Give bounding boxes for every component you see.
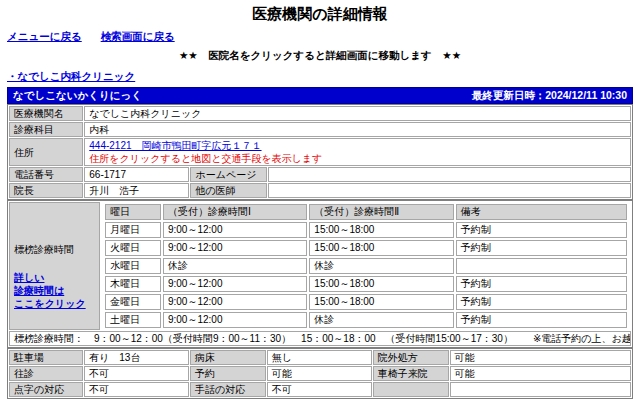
schedule-row: 水曜日 休診 休診 [105,258,627,274]
table-row: 往診 不可 予約 可能 車椅子来院 可能 [9,366,631,381]
facility-label: 院外処方 [373,350,449,365]
table-row: 標榜診療時間 詳しい 診療時間は ここをクリック 曜日 （受付）診療時間Ⅰ （受… [9,202,631,330]
facilities-table: 駐車場 有り 13台 病床 無し 院外処方 可能 往診 不可 予約 可能 車椅子… [7,348,633,399]
info-table: 医療機関名 なでしこ内科クリニック 診療科目 内科 住所 444-2121 岡崎… [7,104,633,200]
facility-value: 可能 [450,366,631,381]
schedule-header-row: 曜日 （受付）診療時間Ⅰ （受付）診療時間Ⅱ 備考 [105,204,627,220]
info-label-other-doctors: 他の医師 [190,183,266,198]
schedule-day: 金曜日 [105,294,161,310]
table-row: 医療機関名 なでしこ内科クリニック [9,106,631,121]
schedule-time1: 休診 [163,258,307,274]
last-updated: 最終更新日時：2024/12/11 10:30 [472,89,627,103]
back-to-search-link[interactable]: 検索画面に戻る [101,30,175,42]
table-row: 駐車場 有り 13台 病床 無し 院外処方 可能 [9,350,631,365]
schedule-time1: 9:00～12:00 [163,240,307,256]
schedule-time2: 15:00～18:00 [309,276,453,292]
info-value-phone: 66-1717 [84,167,189,182]
schedule-header-note: 備考 [456,204,627,220]
schedule-time2: 休診 [309,312,453,328]
address-map-link[interactable]: 444-2121 岡崎市鴨田町字広元１７１ [89,140,261,151]
facility-label: 車椅子来院 [373,366,449,381]
schedule-note: 予約制 [456,312,627,328]
facility-label: 病床 [190,350,266,365]
detailed-hours-link-line[interactable]: 診療時間は [14,284,95,297]
schedule-time2: 15:00～18:00 [309,240,453,256]
info-value-name: なでしこ内科クリニック [84,106,631,121]
detailed-hours-link-line[interactable]: 詳しい [14,271,95,284]
schedule-summary: 標榜診療時間： 9：00～12：00（受付時間9：00～11：30） 15：00… [9,331,631,346]
table-row: 電話番号 66-1717 ホームページ [9,167,631,182]
facility-label: 手話の対応 [190,382,266,397]
schedule-row: 金曜日 9:00～12:00 15:00～18:00 予約制 [105,294,627,310]
info-label-homepage: ホームページ [190,167,266,182]
facility-value [450,382,631,397]
schedule-time1: 9:00～12:00 [163,312,307,328]
info-label-director: 院長 [9,183,83,198]
schedule-time1: 9:00～12:00 [163,276,307,292]
page-title: 医療機関の詳細情報 [7,5,633,24]
schedule-time2: 15:00～18:00 [309,222,453,238]
schedule-grid-cell: 曜日 （受付）診療時間Ⅰ （受付）診療時間Ⅱ 備考 月曜日 9:00～12:00… [101,202,631,330]
schedule-time1: 9:00～12:00 [163,294,307,310]
table-row: 院長 升川 浩子 他の医師 [9,183,631,198]
schedule-day: 木曜日 [105,276,161,292]
schedule-note: 予約制 [456,276,627,292]
schedule-row: 土曜日 9:00～12:00 休診 予約制 [105,312,627,328]
clinic-banner: なでしこないかくりにっく 最終更新日時：2024/12/11 10:30 [7,87,633,104]
info-value-other-doctors [268,183,631,198]
clinic-name-link[interactable]: ・なでしこ内科クリニック [7,70,135,84]
schedule-header-day: 曜日 [105,204,161,220]
table-row: 標榜診療時間： 9：00～12：00（受付時間9：00～11：30） 15：00… [9,331,631,346]
facility-label [373,382,449,397]
schedule-note: 予約制 [456,294,627,310]
info-value-department: 内科 [84,122,631,137]
facility-value: 可能 [267,366,372,381]
schedule-time2: 休診 [309,258,453,274]
schedule-day: 水曜日 [105,258,161,274]
address-note: 住所をクリックすると地図と交通手段を表示します [89,153,626,164]
facility-value: 有り 13台 [84,350,189,365]
schedule-header-time2: （受付）診療時間Ⅱ [309,204,453,220]
info-value-address: 444-2121 岡崎市鴨田町字広元１７１ 住所をクリックすると地図と交通手段を… [84,138,631,166]
schedule-day: 月曜日 [105,222,161,238]
facility-label: 往診 [9,366,83,381]
facility-label: 予約 [190,366,266,381]
detailed-hours-link[interactable]: 詳しい 診療時間は ここをクリック [14,271,95,310]
schedule-time2: 15:00～18:00 [309,294,453,310]
facility-value: 不可 [84,382,189,397]
schedule-row: 火曜日 9:00～12:00 15:00～18:00 予約制 [105,240,627,256]
schedule-row: 木曜日 9:00～12:00 15:00～18:00 予約制 [105,276,627,292]
facility-label: 駐車場 [9,350,83,365]
schedule-section-cell: 標榜診療時間 詳しい 診療時間は ここをクリック [9,202,100,330]
facility-value: 可能 [450,350,631,365]
notice-text: ★★ 医院名をクリックすると詳細画面に移動します ★★ [7,49,633,63]
schedule-grid: 曜日 （受付）診療時間Ⅰ （受付）診療時間Ⅱ 備考 月曜日 9:00～12:00… [103,202,629,330]
facility-value: 不可 [84,366,189,381]
schedule-day: 火曜日 [105,240,161,256]
schedule-section-label: 標榜診療時間 [14,244,95,255]
schedule-note: 予約制 [456,240,627,256]
info-label-address: 住所 [9,138,83,166]
detailed-hours-link-line[interactable]: ここをクリック [14,297,95,310]
schedule-time1: 9:00～12:00 [163,222,307,238]
nav-links: メニューに戻る 検索画面に戻る [7,30,633,44]
schedule-day: 土曜日 [105,312,161,328]
table-row: 点字の対応 不可 手話の対応 不可 [9,382,631,397]
table-row: 住所 444-2121 岡崎市鴨田町字広元１７１ 住所をクリックすると地図と交通… [9,138,631,166]
info-label-department: 診療科目 [9,122,83,137]
facility-value: 無し [267,350,372,365]
schedule-note: 予約制 [456,222,627,238]
back-to-menu-link[interactable]: メニューに戻る [7,30,82,42]
clinic-kana: なでしこないかくりにっく [13,89,142,103]
info-value-director: 升川 浩子 [84,183,189,198]
info-label-name: 医療機関名 [9,106,83,121]
page: 医療機関の詳細情報 メニューに戻る 検索画面に戻る ★★ 医院名をクリックすると… [0,0,640,400]
facility-label: 点字の対応 [9,382,83,397]
schedule-header-time1: （受付）診療時間Ⅰ [163,204,307,220]
info-value-homepage [268,167,631,182]
schedule-table: 標榜診療時間 詳しい 診療時間は ここをクリック 曜日 （受付）診療時間Ⅰ （受… [7,200,633,348]
info-label-phone: 電話番号 [9,167,83,182]
schedule-row: 月曜日 9:00～12:00 15:00～18:00 予約制 [105,222,627,238]
table-row: 診療科目 内科 [9,122,631,137]
facility-value: 不可 [267,382,372,397]
